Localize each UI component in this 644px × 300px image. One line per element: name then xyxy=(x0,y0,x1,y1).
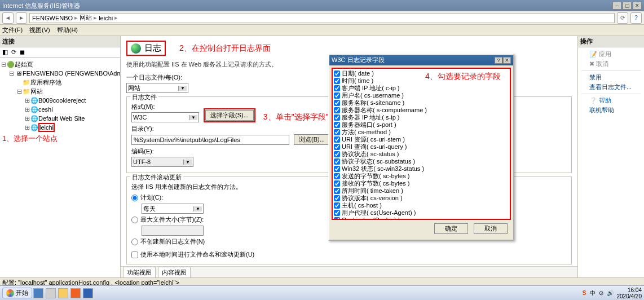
connections-header: 连接 xyxy=(0,36,120,47)
actions-header: 操作 xyxy=(578,36,644,47)
start-button[interactable]: 开始 xyxy=(2,288,32,298)
enc-select[interactable]: UTF-8▼ xyxy=(131,157,193,167)
refresh-button[interactable]: ⟳ xyxy=(617,12,628,24)
maximize-button[interactable]: ▢ xyxy=(623,2,632,10)
field-checkbox-item[interactable]: 协议子状态( sc-substatus ) xyxy=(334,158,509,165)
annotation-1: 1、选择一个站点 xyxy=(1,132,119,145)
tray-icon[interactable]: S xyxy=(583,290,586,296)
field-checkbox-item[interactable]: 方法( cs-method ) xyxy=(334,129,509,136)
addr-seg-sites[interactable]: 网站 xyxy=(80,14,92,22)
taskbar-icon[interactable] xyxy=(83,288,93,298)
app-title: Internet 信息服务(IIS)管理器 xyxy=(2,2,80,10)
page-title: 日志 xyxy=(144,43,161,54)
close-button[interactable]: ✕ xyxy=(633,2,642,10)
taskbar-icon[interactable] xyxy=(33,288,43,298)
annotation-3: 3、单击"选择字段" xyxy=(263,112,329,122)
field-checkbox-item[interactable]: 接收的字节数( cs-bytes ) xyxy=(334,180,509,187)
action-cancel[interactable]: ✖ 取消 xyxy=(581,59,641,69)
chevron-down-icon[interactable]: ▼ xyxy=(183,160,192,165)
field-checkbox-item[interactable]: Win32 状态( sc-win32-status ) xyxy=(334,165,509,173)
tree-server[interactable]: ⊟🖥FENGWENBO (FENGWENBO\Administrator) xyxy=(1,69,119,78)
breadcrumb[interactable]: FENGWENBO ▸ 网站 ▸ leichi ▸ xyxy=(29,13,615,23)
chevron-down-icon[interactable]: ▼ xyxy=(178,86,187,91)
address-bar: ◄ ► FENGWENBO ▸ 网站 ▸ leichi ▸ ⟳ ? xyxy=(0,11,644,25)
chevron-down-icon[interactable]: ▼ xyxy=(193,206,202,211)
help-header: ❔ 帮助 xyxy=(581,96,641,105)
forward-button[interactable]: ► xyxy=(16,12,27,24)
check-localtime[interactable]: 使用本地时间进行文件命名和滚动更新(U) xyxy=(131,250,567,259)
taskbar-icon[interactable] xyxy=(70,288,81,298)
tree-site-boo9[interactable]: ⊞🌐B009cookiereject xyxy=(1,96,119,105)
addr-seg-server[interactable]: FENGWENBO xyxy=(32,15,73,21)
tree-collapse-icon[interactable]: ◧ xyxy=(2,48,8,56)
oneper-select[interactable]: 网站▼ xyxy=(126,83,188,93)
maxsize-input[interactable] xyxy=(142,226,204,236)
menu-file[interactable]: 文件(F) xyxy=(2,26,23,34)
schedule-select[interactable]: 每天▼ xyxy=(142,204,204,214)
tree-sites[interactable]: ⊟📁网站 xyxy=(1,87,119,96)
tree-site-ceshi[interactable]: ⊞🌐ceshi xyxy=(1,105,119,114)
help-button[interactable]: ? xyxy=(630,12,642,24)
w3c-fields-dialog: W3C 日志记录字段 ? ✕ 4、勾选要记录的字段 日期( date )时间( … xyxy=(328,54,514,241)
annotation-4: 4、勾选要记录的字段 xyxy=(425,72,501,82)
select-fields-button[interactable]: 选择字段(S)... xyxy=(205,110,254,121)
field-checkbox-item[interactable]: 服务器名称( s-computername ) xyxy=(334,107,509,114)
taskbar-icon[interactable] xyxy=(46,288,56,298)
actions-panel: 操作 📝 应用 ✖ 取消 禁用 查看日志文件... ❔ 帮助 联机帮助 xyxy=(577,36,644,277)
tray-clock[interactable]: 16:04 2020/4/20 xyxy=(617,287,642,299)
field-checkbox-item[interactable]: 协议状态( sc-status ) xyxy=(334,151,509,158)
tray-icon[interactable]: ⊙ xyxy=(599,290,603,296)
connections-panel: 连接 ◧ ⟳ ◼ ⊟🟢起始页 ⊟🖥FENGWENBO (FENGWENBO\Ad… xyxy=(0,36,121,277)
field-checkbox-item[interactable]: 发送的字节数( sc-bytes ) xyxy=(334,173,509,180)
menu-view[interactable]: 视图(V) xyxy=(29,26,50,34)
back-button[interactable]: ◄ xyxy=(2,12,14,24)
dialog-ok-button[interactable]: 确定 xyxy=(434,223,468,234)
dialog-title: W3C 日志记录字段 xyxy=(332,56,385,64)
tree-stop-icon[interactable]: ◼ xyxy=(20,48,25,56)
addr-seg-site[interactable]: leichi xyxy=(99,15,113,21)
field-checkbox-item[interactable]: 服务名称( s-sitename ) xyxy=(334,99,509,107)
field-checkbox-item[interactable]: 用户代理( cs(User-Agent) ) xyxy=(334,209,509,217)
field-checkbox-item[interactable]: 所用时间( time-taken ) xyxy=(334,187,509,195)
field-checkbox-item[interactable]: 服务器 IP 地址( s-ip ) xyxy=(334,114,509,121)
chevron-down-icon[interactable]: ▼ xyxy=(189,115,197,120)
browse-button[interactable]: 浏览(B)... xyxy=(294,134,330,145)
field-checkbox-item[interactable]: 服务器端口( s-port ) xyxy=(334,121,509,129)
action-disable[interactable]: 禁用 xyxy=(581,73,641,82)
tree-site-default[interactable]: ⊞🌐Default Web Site xyxy=(1,114,119,123)
dir-input[interactable]: %SystemDrive%\inetpub\logs\LogFiles xyxy=(131,135,289,145)
menu-help[interactable]: 帮助(H) xyxy=(57,26,78,34)
menu-bar: 文件(F) 视图(V) 帮助(H) xyxy=(0,25,644,36)
field-checkbox-item[interactable]: 协议版本( cs-version ) xyxy=(334,195,509,202)
tree-site-leichi[interactable]: ⊞🌐leichi xyxy=(1,123,119,132)
annotation-2: 2、在控制台打开日志界面 xyxy=(179,43,271,54)
log-icon xyxy=(131,43,141,54)
dialog-close-button[interactable]: ✕ xyxy=(503,57,511,64)
action-apply[interactable]: 📝 应用 xyxy=(581,50,641,59)
field-checkbox-item[interactable]: 客户端 IP 地址( c-ip ) xyxy=(334,85,509,92)
action-online-help[interactable]: 联机帮助 xyxy=(581,105,641,115)
fields-checklist: 日期( date )时间( time )客户端 IP 地址( c-ip )用户名… xyxy=(332,68,511,220)
format-label: 格式(M): xyxy=(131,103,199,111)
tab-content-view[interactable]: 内容视图 xyxy=(158,267,191,277)
dialog-help-button[interactable]: ? xyxy=(495,57,502,64)
taskbar: 开始 S 中 ⊙ 🔊 16:04 2020/4/20 xyxy=(0,285,644,300)
tree-apppools[interactable]: 📁应用程序池 xyxy=(1,78,119,87)
tray-icon[interactable]: 🔊 xyxy=(607,290,614,296)
dialog-cancel-button[interactable]: 取消 xyxy=(474,223,508,234)
minimize-button[interactable]: – xyxy=(612,2,621,10)
tray-icon[interactable]: 中 xyxy=(590,289,596,297)
tree-start[interactable]: ⊟🟢起始页 xyxy=(1,60,119,69)
field-checkbox-item[interactable]: 主机( cs-host ) xyxy=(334,202,509,209)
field-checkbox-item[interactable]: 用户名( cs-username ) xyxy=(334,92,509,99)
field-checkbox-item[interactable]: URI 资源( cs-uri-stem ) xyxy=(334,136,509,143)
field-checkbox-item[interactable]: URI 查询( cs-uri-query ) xyxy=(334,143,509,151)
tab-feature-view[interactable]: 功能视图 xyxy=(123,267,156,277)
window-titlebar: Internet 信息服务(IIS)管理器 – ▢ ✕ xyxy=(0,0,644,11)
tree-refresh-icon[interactable]: ⟳ xyxy=(11,48,16,56)
format-select[interactable]: W3C▼ xyxy=(131,112,199,122)
taskbar-icon[interactable] xyxy=(58,288,68,298)
action-viewfiles[interactable]: 查看日志文件... xyxy=(581,82,641,92)
